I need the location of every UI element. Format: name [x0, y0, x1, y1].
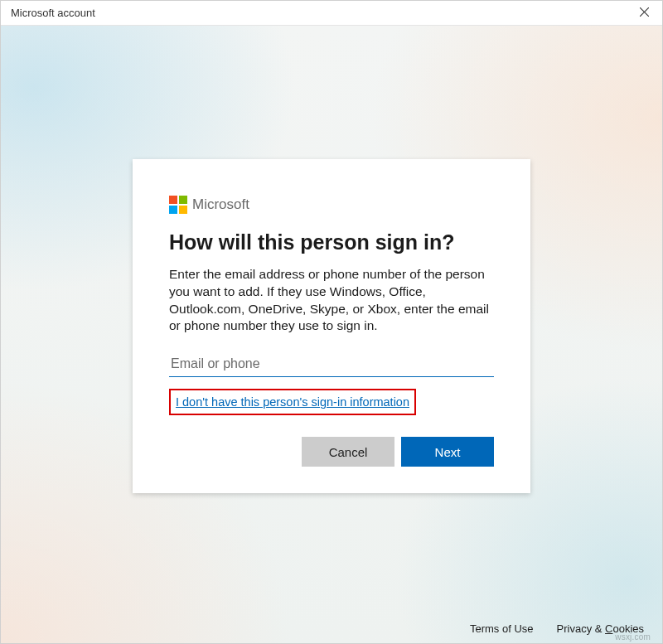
- account-window: Microsoft account Microsoft How: [0, 0, 663, 644]
- dialog-body: Enter the email address or phone number …: [169, 266, 494, 336]
- window-title: Microsoft account: [11, 7, 95, 19]
- svg-rect-5: [179, 206, 187, 214]
- privacy-link[interactable]: Privacy & Cookies: [557, 622, 644, 635]
- close-button[interactable]: [632, 2, 656, 25]
- annotation-highlight: I don't have this person's sign-in infor…: [169, 389, 416, 415]
- privacy-access-key: C: [605, 622, 612, 635]
- footer-links: Terms of Use Privacy & Cookies: [470, 622, 644, 635]
- titlebar: Microsoft account: [1, 1, 662, 26]
- brand-name: Microsoft: [192, 196, 249, 213]
- dialog-heading: How will this person sign in?: [169, 230, 494, 254]
- cancel-button[interactable]: Cancel: [302, 437, 394, 467]
- next-button[interactable]: Next: [401, 437, 494, 467]
- microsoft-logo-icon: [169, 196, 187, 214]
- brand: Microsoft: [169, 196, 494, 214]
- svg-rect-2: [169, 196, 177, 204]
- terms-link[interactable]: Terms of Use: [470, 622, 534, 635]
- signin-card: Microsoft How will this person sign in? …: [133, 159, 530, 494]
- close-icon: [640, 7, 649, 19]
- email-or-phone-input[interactable]: [169, 351, 494, 377]
- svg-rect-3: [179, 196, 187, 204]
- privacy-suffix: ookies: [612, 622, 644, 635]
- no-signin-info-link[interactable]: I don't have this person's sign-in infor…: [176, 395, 409, 409]
- button-row: Cancel Next: [169, 437, 494, 467]
- content-area: Microsoft How will this person sign in? …: [1, 26, 662, 643]
- email-input-wrap: [169, 351, 494, 377]
- svg-rect-4: [169, 206, 177, 214]
- privacy-prefix: Privacy &: [557, 622, 606, 635]
